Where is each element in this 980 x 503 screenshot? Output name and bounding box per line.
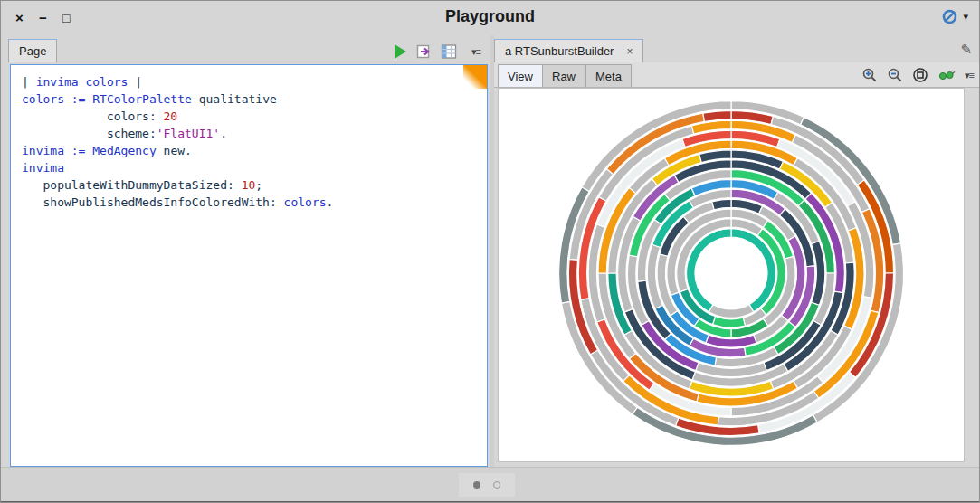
page-dot-inactive[interactable] [493, 481, 500, 489]
tab-raw[interactable]: Raw [542, 64, 585, 87]
page-menu-button[interactable]: ▾≡ [465, 43, 487, 60]
sync-menu-button[interactable]: ▾ [941, 8, 968, 25]
sunburst-canvas[interactable] [498, 88, 965, 462]
bottombar [1, 467, 979, 502]
page-dot-active[interactable] [473, 481, 480, 489]
tab-close-icon[interactable]: × [626, 45, 633, 58]
page-title: Playground [1, 7, 979, 26]
tab-meta[interactable]: Meta [585, 64, 632, 87]
view-menu-icon[interactable]: ▾≡ [965, 70, 974, 81]
tab-page[interactable]: Page [8, 39, 57, 62]
sunburst-segment[interactable] [703, 110, 731, 121]
play-icon [395, 44, 406, 59]
page-dots [459, 473, 515, 497]
tab-meta-label: Meta [595, 70, 622, 83]
run-button[interactable] [392, 43, 408, 60]
publish-button[interactable] [416, 43, 433, 60]
menu-icon: ▾≡ [471, 46, 480, 58]
view-toolbar: ▾≡ [861, 67, 974, 83]
chevron-down-icon: ▾ [963, 11, 968, 23]
sunburst-chart[interactable] [499, 89, 964, 461]
pencil-icon[interactable]: ✎ [960, 42, 972, 58]
pane-divider[interactable] [490, 35, 494, 467]
code-text[interactable]: | invima colors |colors := RTColorPalett… [11, 65, 487, 219]
glasses-icon[interactable] [937, 68, 956, 82]
sync-icon [941, 8, 958, 25]
left-toolbar: ▾≡ [392, 43, 487, 60]
inspector-subtabs: View Raw Meta [494, 62, 980, 88]
titlebar: × − □ Playground ▾ [1, 1, 979, 35]
columns-icon [441, 43, 457, 60]
left-tabstrip: Page ▾≡ [1, 35, 490, 62]
zoom-in-icon[interactable] [861, 67, 878, 83]
right-tabstrip: a RTSunburstBuilder × ✎ [494, 35, 980, 62]
playground-window: × − □ Playground ▾ Page [0, 0, 980, 503]
tab-view[interactable]: View [498, 64, 543, 87]
tab-rtsunburstbuilder[interactable]: a RTSunburstBuilder × [494, 39, 643, 62]
tab-raw-label: Raw [552, 70, 576, 83]
zoom-fit-icon[interactable] [912, 67, 928, 83]
tab-rtsunburstbuilder-label: a RTSunburstBuilder [505, 44, 614, 58]
sunburst-segment[interactable] [712, 199, 731, 210]
code-editor[interactable]: | invima colors |colors := RTColorPalett… [10, 64, 488, 467]
publish-icon [416, 43, 433, 60]
zoom-out-icon[interactable] [887, 67, 903, 83]
unsaved-corner-flag [463, 65, 487, 89]
tab-view-label: View [508, 70, 533, 83]
tab-page-label: Page [19, 44, 46, 58]
inspect-columns-button[interactable] [441, 43, 457, 60]
